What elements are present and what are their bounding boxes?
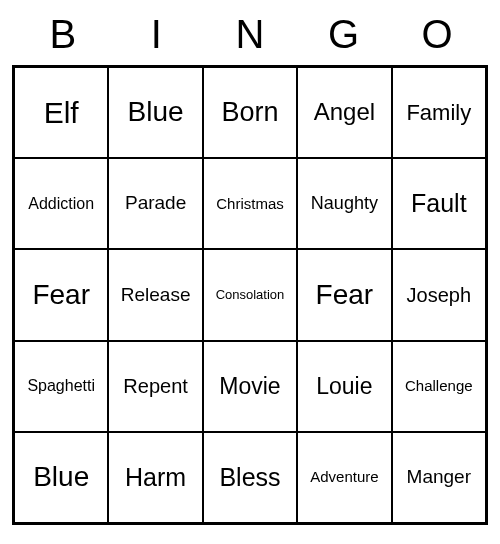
bingo-cell-text: Release xyxy=(121,285,191,306)
bingo-cell[interactable]: Naughty xyxy=(297,158,391,249)
bingo-cell[interactable]: Parade xyxy=(108,158,202,249)
bingo-cell[interactable]: Harm xyxy=(108,432,202,523)
bingo-cell-text: Blue xyxy=(128,97,184,128)
bingo-cell-text: Angel xyxy=(314,99,375,125)
bingo-cell[interactable]: Consolation xyxy=(203,249,297,340)
bingo-cell-text: Joseph xyxy=(407,284,472,306)
bingo-cell[interactable]: Manger xyxy=(392,432,486,523)
bingo-header-row: B I N G O xyxy=(12,12,488,57)
bingo-cell[interactable]: Adventure xyxy=(297,432,391,523)
bingo-cell[interactable]: Joseph xyxy=(392,249,486,340)
bingo-cell[interactable]: Challenge xyxy=(392,341,486,432)
bingo-cell-text: Consolation xyxy=(216,288,285,302)
header-letter-i: I xyxy=(110,12,204,57)
bingo-cell[interactable]: Fear xyxy=(14,249,108,340)
bingo-cell[interactable]: Movie xyxy=(203,341,297,432)
bingo-cell[interactable]: Blue xyxy=(14,432,108,523)
bingo-cell-text: Fear xyxy=(316,280,374,311)
header-letter-o: O xyxy=(390,12,484,57)
bingo-cell[interactable]: Spaghetti xyxy=(14,341,108,432)
bingo-cell[interactable]: Born xyxy=(203,67,297,158)
bingo-cell[interactable]: Family xyxy=(392,67,486,158)
bingo-cell-text: Manger xyxy=(407,467,471,488)
bingo-cell-text: Adventure xyxy=(310,469,378,486)
bingo-card: B I N G O ElfBlueBornAngelFamilyAddictio… xyxy=(12,12,488,525)
bingo-cell[interactable]: Blue xyxy=(108,67,202,158)
bingo-cell[interactable]: Louie xyxy=(297,341,391,432)
bingo-cell-text: Elf xyxy=(44,96,79,129)
bingo-cell-text: Born xyxy=(221,98,278,128)
bingo-cell-text: Movie xyxy=(219,374,280,399)
bingo-cell-text: Bless xyxy=(219,464,280,492)
bingo-cell-text: Addiction xyxy=(28,195,94,213)
bingo-cell[interactable]: Angel xyxy=(297,67,391,158)
header-letter-g: G xyxy=(297,12,391,57)
bingo-cell-text: Challenge xyxy=(405,378,473,395)
bingo-cell-text: Christmas xyxy=(216,196,284,213)
header-letter-n: N xyxy=(203,12,297,57)
bingo-grid: ElfBlueBornAngelFamilyAddictionParadeChr… xyxy=(12,65,488,525)
bingo-cell-text: Fault xyxy=(411,190,467,218)
bingo-cell[interactable]: Addiction xyxy=(14,158,108,249)
bingo-cell-text: Harm xyxy=(125,464,186,492)
bingo-cell-text: Fear xyxy=(32,280,90,311)
bingo-cell-text: Blue xyxy=(33,462,89,493)
bingo-cell[interactable]: Fear xyxy=(297,249,391,340)
header-letter-b: B xyxy=(16,12,110,57)
bingo-cell-text: Repent xyxy=(123,375,188,397)
bingo-cell-text: Naughty xyxy=(311,194,378,214)
bingo-cell[interactable]: Christmas xyxy=(203,158,297,249)
bingo-cell-text: Louie xyxy=(316,374,372,399)
bingo-cell[interactable]: Elf xyxy=(14,67,108,158)
bingo-cell-text: Spaghetti xyxy=(27,377,95,395)
bingo-cell[interactable]: Repent xyxy=(108,341,202,432)
bingo-cell[interactable]: Bless xyxy=(203,432,297,523)
bingo-cell[interactable]: Release xyxy=(108,249,202,340)
bingo-cell[interactable]: Fault xyxy=(392,158,486,249)
bingo-cell-text: Family xyxy=(406,101,471,125)
bingo-cell-text: Parade xyxy=(125,193,186,214)
